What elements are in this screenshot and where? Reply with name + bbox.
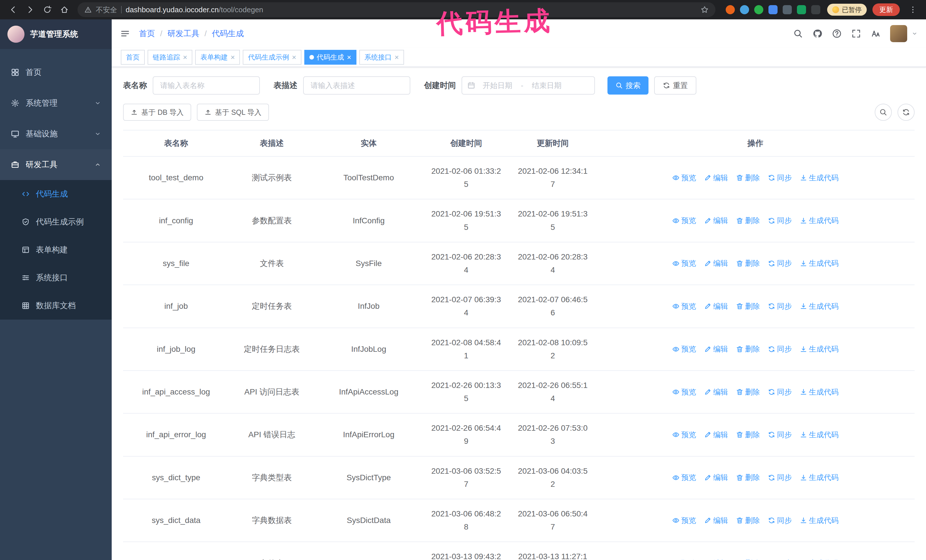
preview-action[interactable]: 预览 (672, 344, 696, 354)
preview-action[interactable]: 预览 (672, 387, 696, 397)
sync-action[interactable]: 同步 (768, 430, 792, 440)
close-tab-icon[interactable]: × (292, 54, 296, 61)
profile-paused-badge[interactable]: 已暂停 (827, 4, 867, 16)
github-link[interactable] (813, 29, 822, 38)
sync-action[interactable]: 同步 (768, 258, 792, 268)
preview-action[interactable]: 预览 (672, 558, 696, 560)
generate-code-action[interactable]: 生成代码 (800, 216, 838, 226)
generate-code-action[interactable]: 生成代码 (800, 301, 838, 311)
toggle-search-button[interactable] (875, 104, 892, 121)
table-desc-input[interactable] (303, 76, 410, 95)
sidebar-subitem[interactable]: 代码生成 (0, 180, 112, 208)
import-db-button[interactable]: 基于 DB 导入 (123, 104, 191, 121)
preview-action[interactable]: 预览 (672, 516, 696, 525)
sync-action[interactable]: 同步 (768, 301, 792, 311)
browser-menu-button[interactable] (905, 2, 920, 17)
generate-code-action[interactable]: 生成代码 (800, 472, 838, 483)
reset-button[interactable]: 重置 (654, 76, 696, 95)
bookmark-star-icon[interactable] (701, 6, 709, 14)
user-avatar[interactable] (890, 25, 907, 42)
tab-item[interactable]: 表单构建× (195, 50, 240, 65)
edit-action[interactable]: 编辑 (704, 258, 728, 268)
generate-code-action[interactable]: 生成代码 (800, 258, 838, 268)
sidebar-subitem[interactable]: 数据库文档 (0, 292, 112, 320)
sync-action[interactable]: 同步 (768, 516, 792, 525)
sidebar-item[interactable]: 系统管理 (0, 88, 112, 118)
start-date-input[interactable] (478, 81, 517, 90)
close-tab-icon[interactable]: × (347, 54, 351, 61)
delete-action[interactable]: 删除 (736, 344, 760, 354)
search-button[interactable]: 搜索 (607, 76, 649, 95)
browser-back-button[interactable] (6, 2, 21, 17)
sync-action[interactable]: 同步 (768, 387, 792, 397)
generate-code-action[interactable]: 生成代码 (800, 558, 838, 560)
sync-action[interactable]: 同步 (768, 472, 792, 483)
sidebar-subitem[interactable]: 系统接口 (0, 264, 112, 292)
preview-action[interactable]: 预览 (672, 430, 696, 440)
sync-action[interactable]: 同步 (768, 344, 792, 354)
leaf-extension-icon[interactable] (797, 5, 806, 14)
sidebar-subitem[interactable]: 代码生成示例 (0, 208, 112, 236)
browser-reload-button[interactable] (40, 2, 55, 17)
tab-item[interactable]: 代码生成× (304, 50, 356, 65)
refresh-table-button[interactable] (897, 104, 915, 121)
header-search-button[interactable] (793, 29, 803, 38)
preview-action[interactable]: 预览 (672, 216, 696, 226)
edit-action[interactable]: 编辑 (704, 216, 728, 226)
tab-item[interactable]: 链路追踪× (148, 50, 192, 65)
delete-action[interactable]: 删除 (736, 387, 760, 397)
delete-action[interactable]: 删除 (736, 516, 760, 525)
end-date-input[interactable] (527, 81, 567, 90)
delete-action[interactable]: 删除 (736, 301, 760, 311)
generate-code-action[interactable]: 生成代码 (800, 516, 838, 525)
edit-action[interactable]: 编辑 (704, 173, 728, 183)
address-bar[interactable]: 不安全 dashboard.yudao.iocoder.cn/tool/code… (77, 2, 716, 17)
edit-action[interactable]: 编辑 (704, 387, 728, 397)
edit-action[interactable]: 编辑 (704, 558, 728, 560)
user-menu-caret-icon[interactable] (912, 31, 917, 36)
import-sql-button[interactable]: 基于 SQL 导入 (197, 104, 269, 121)
close-tab-icon[interactable]: × (395, 54, 399, 61)
breadcrumb-item[interactable]: 首页 (139, 28, 155, 39)
sync-action[interactable]: 同步 (768, 216, 792, 226)
generate-code-action[interactable]: 生成代码 (800, 173, 838, 183)
browser-update-button[interactable]: 更新 (872, 3, 900, 16)
edit-action[interactable]: 编辑 (704, 516, 728, 525)
help-button[interactable] (832, 29, 842, 38)
table-name-input[interactable] (153, 76, 260, 95)
edit-action[interactable]: 编辑 (704, 301, 728, 311)
delete-action[interactable]: 删除 (736, 258, 760, 268)
font-size-button[interactable] (871, 29, 881, 38)
sync-action[interactable]: 同步 (768, 173, 792, 183)
sidebar-item[interactable]: 研发工具 (0, 149, 112, 180)
people-extension-icon[interactable] (769, 5, 778, 14)
tab-item[interactable]: 代码生成示例× (243, 50, 301, 65)
sidebar-toggle-button[interactable] (120, 29, 130, 38)
sync-action[interactable]: 同步 (768, 558, 792, 560)
breadcrumb-item[interactable]: 研发工具 (168, 28, 200, 39)
edit-action[interactable]: 编辑 (704, 344, 728, 354)
puzzle-extension-icon[interactable] (811, 5, 820, 14)
preview-action[interactable]: 预览 (672, 258, 696, 268)
close-tab-icon[interactable]: × (183, 54, 187, 61)
generate-code-action[interactable]: 生成代码 (800, 430, 838, 440)
generate-code-action[interactable]: 生成代码 (800, 387, 838, 397)
drop-extension-icon[interactable] (740, 5, 749, 14)
fullscreen-button[interactable] (851, 29, 861, 38)
preview-action[interactable]: 预览 (672, 173, 696, 183)
close-tab-icon[interactable]: × (230, 54, 235, 61)
preview-action[interactable]: 预览 (672, 472, 696, 483)
check-extension-icon[interactable] (754, 5, 763, 14)
delete-action[interactable]: 删除 (736, 216, 760, 226)
sidebar-item[interactable]: 基础设施 (0, 118, 112, 149)
delete-action[interactable]: 删除 (736, 472, 760, 483)
tab-item[interactable]: 系统接口× (359, 50, 404, 65)
delete-action[interactable]: 删除 (736, 173, 760, 183)
security-warning-icon[interactable] (84, 6, 92, 14)
edit-action[interactable]: 编辑 (704, 430, 728, 440)
wallet-extension-icon[interactable] (783, 5, 792, 14)
edit-action[interactable]: 编辑 (704, 472, 728, 483)
sidebar-subitem[interactable]: 表单构建 (0, 236, 112, 264)
tab-item[interactable]: 首页 (121, 50, 145, 65)
generate-code-action[interactable]: 生成代码 (800, 344, 838, 354)
